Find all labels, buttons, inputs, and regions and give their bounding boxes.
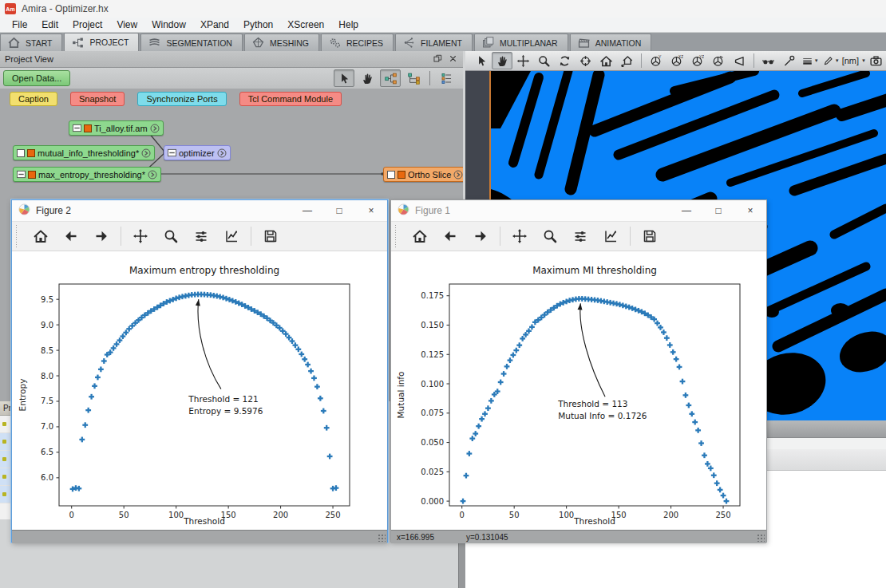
home-icon[interactable] — [31, 226, 50, 247]
translate-icon[interactable] — [512, 52, 533, 69]
pan-icon[interactable] — [131, 226, 150, 247]
rotate-x-icon[interactable]: XZ — [666, 52, 687, 69]
stereo-glasses-icon[interactable] — [758, 52, 779, 69]
resize-grip[interactable] — [378, 534, 386, 542]
zoom-icon[interactable] — [533, 52, 554, 69]
close-button[interactable]: × — [734, 200, 766, 221]
open-data-button[interactable]: Open Data... — [3, 70, 70, 86]
node-menu-icon[interactable] — [148, 170, 157, 180]
close-button[interactable]: × — [355, 200, 387, 221]
save-icon[interactable] — [640, 226, 659, 247]
toolbar-separator — [121, 227, 121, 246]
menu-window[interactable]: Window — [144, 19, 193, 30]
home-icon[interactable] — [410, 226, 429, 247]
subplots-icon[interactable] — [571, 226, 590, 247]
menu-help[interactable]: Help — [331, 19, 366, 30]
auto-layout-icon[interactable] — [380, 69, 401, 87]
tag-snapshot[interactable]: Snapshot — [70, 92, 125, 106]
tab-animation[interactable]: ANIMATION — [570, 34, 652, 51]
node-menu-icon[interactable] — [141, 148, 151, 158]
tag-tcl-command-module[interactable]: Tcl Command Module — [239, 92, 342, 106]
node-ti_alloy[interactable]: Ti_alloy.tif.am — [69, 120, 164, 136]
unit-dropdown[interactable]: [nm]▼ — [841, 52, 865, 69]
svg-text:Maximum entropy thresholding: Maximum entropy thresholding — [129, 265, 279, 276]
project-view-header: Project View — [0, 51, 463, 68]
cursor-icon[interactable] — [334, 69, 354, 87]
rotate-z-icon[interactable]: YZ — [687, 52, 708, 69]
node-optimizer[interactable]: optimizer — [164, 145, 231, 160]
tab-multiplanar[interactable]: MULTIPLANAR — [474, 34, 568, 51]
customize-icon[interactable] — [601, 226, 620, 247]
tag-synchronize-ports[interactable]: Synchronize Ports — [137, 92, 226, 106]
subplots-icon[interactable] — [192, 226, 211, 247]
orange-box-icon — [398, 171, 405, 179]
probe-icon[interactable] — [779, 52, 800, 69]
zoom-icon[interactable] — [540, 226, 560, 247]
menu-project[interactable]: Project — [65, 19, 109, 30]
close-icon[interactable] — [448, 53, 458, 65]
forward-icon[interactable] — [471, 226, 490, 247]
list-view-icon[interactable] — [436, 69, 457, 87]
tab-segmentation[interactable]: SEGMENTATION — [140, 34, 242, 51]
minus-box-icon[interactable] — [73, 124, 81, 132]
hand-icon[interactable] — [357, 69, 378, 87]
tab-filament[interactable]: FILAMENT — [395, 34, 473, 51]
perspective-icon[interactable] — [729, 52, 750, 69]
pen-icon[interactable]: ▼ — [821, 52, 841, 69]
resize-grip[interactable] — [757, 534, 765, 542]
zoom-icon[interactable] — [161, 226, 180, 247]
menu-python[interactable]: Python — [236, 19, 280, 30]
tag-caption[interactable]: Caption — [10, 92, 57, 106]
menu-view[interactable]: View — [109, 19, 144, 30]
node-ortho_slice[interactable]: Ortho Slice — [383, 167, 463, 182]
menu-edit[interactable]: Edit — [34, 19, 65, 30]
svg-text:9.5: 9.5 — [41, 295, 53, 304]
tab-start[interactable]: START — [0, 34, 62, 51]
white-box-icon — [387, 171, 395, 179]
node-max_entropy_thresholding[interactable]: max_entropy_thresholding* — [13, 167, 161, 182]
rotate-y-icon[interactable]: Y — [646, 52, 666, 69]
minimize-button[interactable]: — — [670, 200, 702, 221]
node-menu-icon[interactable] — [150, 124, 160, 133]
node-mutual_info_thresholding[interactable]: mutual_info_thresholding* — [13, 145, 155, 160]
tab-recipes[interactable]: RECIPES — [321, 34, 394, 51]
toolbar-drag-handle[interactable] — [394, 225, 398, 247]
figure-1-titlebar[interactable]: Figure 1 — □ × — [391, 200, 766, 221]
back-icon[interactable] — [61, 226, 81, 247]
meshing-tab-icon — [251, 36, 265, 49]
node-menu-icon[interactable] — [217, 148, 227, 158]
svg-text:50: 50 — [119, 511, 129, 519]
orange-box-icon — [27, 149, 35, 157]
save-icon[interactable] — [261, 226, 280, 247]
maximize-button[interactable]: □ — [323, 200, 355, 221]
home-icon[interactable] — [595, 52, 616, 69]
menu-xpand[interactable]: XPand — [193, 19, 236, 30]
menu-file[interactable]: File — [5, 19, 34, 30]
figure-2-titlebar[interactable]: Figure 2 — □ × — [12, 200, 387, 221]
tab-meshing[interactable]: MESHING — [244, 34, 319, 51]
set-home-icon[interactable] — [616, 52, 637, 69]
tab-project[interactable]: PROJECT — [64, 33, 139, 51]
back-icon[interactable] — [441, 226, 460, 247]
rotate-free-icon[interactable] — [708, 52, 729, 69]
undock-icon[interactable] — [433, 53, 443, 65]
minus-box-icon[interactable] — [17, 170, 26, 179]
tree-layout-icon[interactable] — [403, 69, 424, 87]
maximize-button[interactable]: □ — [702, 200, 734, 221]
line-style-icon[interactable]: ▼ — [800, 52, 821, 69]
node-menu-icon[interactable] — [453, 170, 463, 180]
rotate-icon[interactable] — [554, 52, 575, 69]
matplotlib-logo-icon — [398, 203, 409, 219]
filament-tab-icon — [402, 36, 416, 49]
pan-icon[interactable] — [510, 226, 529, 247]
customize-icon[interactable] — [222, 226, 241, 247]
minimize-button[interactable]: — — [291, 200, 323, 221]
toolbar-drag-handle[interactable] — [15, 225, 18, 247]
hand-icon[interactable] — [492, 52, 512, 69]
minus-box-icon[interactable] — [168, 148, 176, 157]
forward-icon[interactable] — [92, 226, 111, 247]
cursor-icon[interactable] — [471, 52, 492, 69]
snapshot-icon[interactable] — [865, 52, 886, 69]
menu-xscreen[interactable]: XScreen — [280, 19, 331, 30]
seek-icon[interactable] — [575, 52, 595, 69]
